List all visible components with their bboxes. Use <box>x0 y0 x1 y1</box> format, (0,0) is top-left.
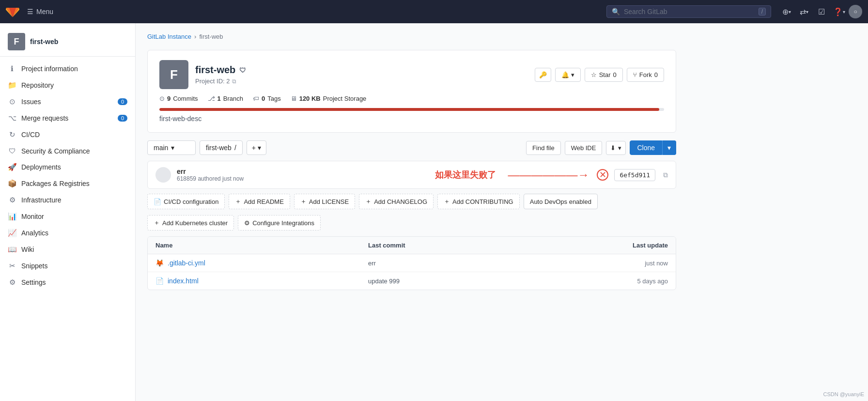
sidebar-item-settings[interactable]: ⚙ Settings <box>0 274 135 291</box>
sidebar-item-label: Deployments <box>21 163 61 171</box>
file-name-index-html[interactable]: 📄 index.html <box>155 277 368 285</box>
sidebar-item-snippets[interactable]: ✂ Snippets <box>0 258 135 274</box>
project-header-card: F first-web 🛡 Project ID: 2 ⧉ <box>147 50 676 133</box>
code-review-button[interactable]: ⇄ ▾ <box>796 4 812 19</box>
breadcrumb-instance[interactable]: GitLab Instance <box>147 33 191 40</box>
clone-button-group: Clone ▾ <box>630 140 676 155</box>
sidebar-item-infrastructure[interactable]: ⚙ Infrastructure <box>0 192 135 208</box>
sidebar-item-label: Project information <box>21 65 78 73</box>
add-kubernetes-button[interactable]: ＋ Add Kubernetes cluster <box>147 215 234 231</box>
add-readme-button[interactable]: ＋ Add README <box>229 194 290 209</box>
sidebar-item-label: Monitor <box>21 213 44 220</box>
cicd-config-label: CI/CD configuration <box>164 198 218 205</box>
help-button[interactable]: ❓ ▾ <box>831 4 847 19</box>
commit-annotation-text: 如果这里失败了 <box>435 169 496 181</box>
notifications-button[interactable]: 🔔 ▾ <box>555 68 581 82</box>
avatar-letter: F <box>170 67 178 82</box>
dropdown-arrow: ▾ <box>789 9 791 15</box>
plus-icon: + <box>252 144 256 152</box>
add-file-button[interactable]: + ▾ <box>247 140 266 155</box>
sidebar-item-deployments[interactable]: 🚀 Deployments <box>0 159 135 175</box>
web-ide-button[interactable]: Web IDE <box>565 141 603 155</box>
main-content: GitLab Instance › first-web F first-web … <box>136 23 868 401</box>
add-license-button[interactable]: ＋ Add LICENSE <box>294 194 355 209</box>
plus-icon: ＋ <box>444 197 450 206</box>
col-date: Last update <box>581 242 668 249</box>
star-count: 0 <box>613 71 617 78</box>
sidebar-item-wiki[interactable]: 📖 Wiki <box>0 241 135 258</box>
configure-integrations-button[interactable]: ⚙ Configure Integrations <box>238 215 321 231</box>
sidebar-item-security[interactable]: 🛡 Security & Compliance <box>0 143 135 159</box>
commit-info: err 618859 authored just now <box>177 168 425 182</box>
add-changelog-button[interactable]: ＋ Add CHANGELOG <box>359 194 434 209</box>
analytics-icon: 📈 <box>8 229 16 237</box>
auto-devops-label: Auto DevOps enabled <box>530 198 591 205</box>
gitlab-logo[interactable] <box>6 5 19 18</box>
quick-actions-row2: ＋ Add Kubernetes cluster ⚙ Configure Int… <box>147 215 676 231</box>
cicd-config-button[interactable]: 📄 CI/CD configuration <box>147 194 225 209</box>
issues-button[interactable]: ☑ <box>814 4 829 19</box>
search-input[interactable] <box>624 8 755 15</box>
tags-count: 0 <box>262 95 265 102</box>
project-actions: 🔑 🔔 ▾ ☆ Star 0 ⑂ Fork 0 <box>535 68 664 82</box>
sidebar-item-label: Infrastructure <box>21 196 61 204</box>
path-separator: / <box>234 144 236 152</box>
sidebar-item-monitor[interactable]: 📊 Monitor <box>0 208 135 225</box>
issues-icon: ⊙ <box>8 97 16 106</box>
commit-bar: err 618859 authored just now 如果这里失败了 ———… <box>147 161 676 189</box>
create-new-button[interactable]: ⊕ ▾ <box>779 4 794 19</box>
infrastructure-icon: ⚙ <box>8 196 16 204</box>
copy-hash-icon[interactable]: ⧉ <box>663 171 668 179</box>
repository-icon: 📁 <box>8 81 16 90</box>
sidebar-item-merge-requests[interactable]: ⌥ Merge requests 0 <box>0 110 135 126</box>
branch-selector[interactable]: main ▾ <box>147 140 196 155</box>
download-button[interactable]: ⬇ ▾ <box>606 141 626 155</box>
global-search[interactable]: 🔍 / <box>606 5 771 18</box>
shield-icon: 🛡 <box>8 147 16 155</box>
fork-button[interactable]: ⑂ Fork 0 <box>627 68 664 82</box>
sidebar-item-project-information[interactable]: ℹ Project information <box>0 61 135 77</box>
project-name-block: first-web 🛡 Project ID: 2 ⧉ <box>195 64 246 85</box>
project-avatar-area: F first-web 🛡 Project ID: 2 ⧉ <box>159 60 246 89</box>
copy-id-icon[interactable]: ⧉ <box>232 78 236 85</box>
col-name: Name <box>155 242 368 249</box>
mr-badge: 0 <box>118 115 127 122</box>
commit-details: 618859 authored just now <box>177 175 425 182</box>
clone-dropdown-button[interactable]: ▾ <box>662 140 676 155</box>
privacy-shield-icon: 🛡 <box>239 66 246 74</box>
find-file-button[interactable]: Find file <box>526 141 561 155</box>
breadcrumb-project: first-web <box>199 33 223 40</box>
key-button[interactable]: 🔑 <box>535 68 551 82</box>
breadcrumb: GitLab Instance › first-web <box>147 33 676 40</box>
contributing-label: Add CONTRIBUTING <box>452 198 513 205</box>
storage-stat: 🖥 120 KB Project Storage <box>291 95 367 102</box>
star-icon: ☆ <box>591 71 597 78</box>
tags-label: Tags <box>267 95 280 102</box>
file-commit-text: err <box>368 260 581 267</box>
info-icon: ℹ <box>8 64 16 73</box>
commit-author-name: err <box>177 168 425 175</box>
readme-label: Add README <box>244 198 283 205</box>
sidebar-item-issues[interactable]: ⊙ Issues 0 <box>0 93 135 110</box>
issues-badge: 0 <box>118 98 127 105</box>
sidebar-item-cicd[interactable]: ↻ CI/CD <box>0 126 135 143</box>
commit-arrow-icon: ——————→ <box>508 168 589 182</box>
sidebar-item-repository[interactable]: 📁 Repository <box>0 77 135 93</box>
menu-button[interactable]: ☰ Menu <box>23 6 57 17</box>
add-contributing-button[interactable]: ＋ Add CONTRIBUTING <box>437 194 520 209</box>
branch-name: main <box>154 144 168 152</box>
clone-button[interactable]: Clone <box>630 140 662 155</box>
file-name-text: index.html <box>168 277 199 285</box>
deployments-icon: 🚀 <box>8 163 16 171</box>
auto-devops-button[interactable]: Auto DevOps enabled <box>524 194 598 209</box>
sidebar-item-label: Packages & Registries <box>21 180 90 187</box>
plus-icon: ＋ <box>154 218 160 227</box>
project-description: first-web-desc <box>159 115 664 123</box>
project-title-row: F first-web 🛡 Project ID: 2 ⧉ <box>159 60 664 89</box>
file-name-gitlab-ci[interactable]: 🦊 .gitlab-ci.yml <box>155 259 368 267</box>
kubernetes-label: Add Kubernetes cluster <box>162 219 228 227</box>
sidebar-item-analytics[interactable]: 📈 Analytics <box>0 225 135 241</box>
user-avatar[interactable]: ○ <box>849 5 862 18</box>
sidebar-item-packages[interactable]: 📦 Packages & Registries <box>0 175 135 192</box>
star-button[interactable]: ☆ Star 0 <box>585 68 623 82</box>
